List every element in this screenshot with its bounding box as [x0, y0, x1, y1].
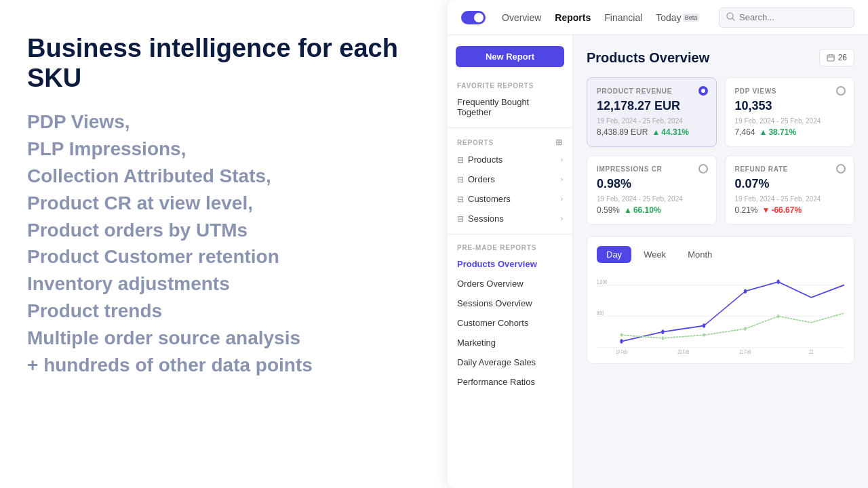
search-input[interactable] [739, 12, 847, 22]
svg-point-16 [620, 333, 623, 338]
sidebar-item-orders[interactable]: ⊟ Orders › [448, 169, 572, 189]
change-product-revenue: ▲44.31% [652, 127, 689, 137]
premade-section-label: PRE-MADE REPORTS [448, 240, 572, 254]
new-report-button[interactable]: New Report [456, 46, 564, 67]
sidebar-divider-2 [448, 234, 572, 235]
svg-point-11 [620, 339, 623, 343]
card-pdp-views[interactable]: PDP VIEWS 10,353 19 Feb, 2024 - 25 Feb, … [725, 77, 855, 147]
card-value-product-revenue: 12,178.27 EUR [597, 99, 707, 113]
nav-financial[interactable]: Financial [604, 9, 642, 26]
sidebar-orders-overview[interactable]: Orders Overview [448, 274, 572, 293]
hero-item-1: PDP Views, [27, 109, 420, 135]
folder-icon-sessions: ⊟ [457, 214, 464, 224]
hero-list: PDP Views, PLP Impressions, Collection A… [27, 109, 420, 378]
reports-icon: ⊞ [555, 138, 563, 147]
left-panel: Business intelligence for each SKU PDP V… [0, 0, 448, 488]
date-value: 26 [838, 53, 847, 62]
sidebar-sessions-overview[interactable]: Sessions Overview [448, 293, 572, 313]
sidebar-item-customers[interactable]: ⊟ Customers › [448, 189, 572, 209]
chevron-customers: › [561, 195, 563, 203]
search-icon [726, 12, 735, 24]
sidebar-item-products[interactable]: ⊟ Products › [448, 150, 572, 169]
chevron-sessions: › [561, 215, 563, 222]
hero-item-5: Product orders by UTMs [27, 218, 420, 243]
card-title-pdp-views: PDP VIEWS [735, 87, 845, 95]
nav-links: Overview Reports Financial TodayBeta [502, 9, 699, 26]
sidebar-customer-cohorts[interactable]: Customer Cohorts [448, 313, 572, 333]
svg-point-17 [662, 336, 665, 340]
nav-toggle[interactable] [461, 11, 486, 24]
svg-point-19 [744, 327, 747, 331]
card-title-refund-rate: REFUND RATE [735, 165, 845, 173]
beta-badge: Beta [683, 14, 700, 22]
folder-icon-products: ⊟ [457, 155, 464, 165]
card-date-refund-rate: 19 Feb, 2024 - 25 Feb, 2024 [735, 195, 845, 203]
card-value-impressions-cr: 0.98% [597, 177, 707, 191]
chart-tabs: Day Week Month [597, 246, 844, 263]
card-impressions-cr[interactable]: IMPRESSIONS CR 0.98% 19 Feb, 2024 - 25 F… [587, 155, 717, 225]
calendar-icon [827, 54, 835, 62]
card-title-impressions-cr: IMPRESSIONS CR [597, 165, 707, 173]
hero-item-7: Inventory adjustments [27, 271, 420, 297]
card-value-refund-rate: 0.07% [735, 177, 845, 191]
metric-cards-grid: PRODUCT REVENUE 12,178.27 EUR 19 Feb, 20… [587, 77, 854, 225]
hero-title: Business intelligence for each SKU [27, 34, 420, 93]
card-value-pdp-views: 10,353 [735, 99, 845, 113]
hero-item-10: + hundreds of other data points [27, 352, 420, 378]
app-panel: Overview Reports Financial TodayBeta New… [448, 0, 868, 488]
sidebar-products-overview[interactable]: Products Overview [448, 254, 572, 274]
chevron-products: › [561, 156, 563, 163]
card-compare-product-revenue: 8,438.89 EUR ▲44.31% [597, 127, 707, 137]
radio-product-revenue [698, 86, 708, 96]
hero-item-6: Product Customer retention [27, 244, 420, 270]
change-refund-rate: ▼-66.67% [762, 205, 802, 215]
card-compare-refund-rate: 0.21% ▼-66.67% [735, 205, 845, 215]
search-box[interactable] [719, 7, 854, 28]
svg-point-18 [703, 333, 705, 338]
nav-reports[interactable]: Reports [555, 9, 591, 26]
hero-item-9: Multiple order source analysis [27, 325, 420, 351]
chart-section: Day Week Month 1,000 800 [587, 236, 854, 364]
card-refund-rate[interactable]: REFUND RATE 0.07% 19 Feb, 2024 - 25 Feb,… [725, 155, 855, 225]
radio-refund-rate [836, 164, 846, 174]
chart-tab-month[interactable]: Month [678, 246, 722, 263]
svg-text:800: 800 [597, 310, 604, 317]
content-header: Products Overview 26 [587, 49, 854, 66]
sidebar-frequently-bought[interactable]: Frequently Bought Together [448, 92, 572, 122]
chevron-orders: › [561, 176, 563, 183]
sidebar-item-sessions[interactable]: ⊟ Sessions › [448, 209, 572, 228]
main-content: New Report FAVORITE REPORTS Frequently B… [448, 35, 868, 488]
svg-text:22: 22 [809, 349, 813, 354]
folder-icon-customers: ⊟ [457, 195, 464, 204]
sidebar-marketing[interactable]: Marketing [448, 333, 572, 352]
card-compare-pdp-views: 7,464 ▲38.71% [735, 127, 845, 137]
chart-tab-day[interactable]: Day [597, 246, 631, 263]
sidebar-performance-ratios[interactable]: Performance Ratios [448, 372, 572, 392]
reports-section-label: REPORTS ⊞ [448, 134, 572, 150]
content-area: Products Overview 26 PRODUCT REVENUE [573, 35, 868, 488]
date-badge[interactable]: 26 [819, 49, 854, 66]
svg-point-13 [703, 323, 705, 327]
svg-point-15 [777, 280, 780, 284]
sidebar-daily-average-sales[interactable]: Daily Average Sales [448, 352, 572, 372]
card-date-pdp-views: 19 Feb, 2024 - 25 Feb, 2024 [735, 117, 845, 125]
favorite-reports-label: FAVORITE REPORTS [448, 78, 572, 92]
top-nav: Overview Reports Financial TodayBeta [448, 0, 868, 35]
svg-point-14 [744, 289, 747, 293]
svg-line-1 [732, 18, 734, 20]
nav-today[interactable]: TodayBeta [656, 9, 699, 26]
svg-point-12 [661, 329, 664, 333]
card-product-revenue[interactable]: PRODUCT REVENUE 12,178.27 EUR 19 Feb, 20… [587, 77, 717, 147]
chart-tab-week[interactable]: Week [634, 246, 675, 263]
hero-item-2: PLP Impressions, [27, 136, 420, 162]
folder-icon-orders: ⊟ [457, 175, 464, 184]
svg-point-20 [777, 314, 780, 319]
chart-svg: 1,000 800 [597, 272, 844, 354]
nav-overview[interactable]: Overview [502, 9, 541, 26]
sidebar-divider-1 [448, 127, 572, 128]
hero-item-3: Collection Attributed Stats, [27, 163, 420, 189]
svg-rect-2 [827, 55, 834, 61]
svg-text:1,000: 1,000 [597, 278, 608, 285]
page-title: Products Overview [587, 50, 709, 66]
hero-item-8: Product trends [27, 298, 420, 324]
